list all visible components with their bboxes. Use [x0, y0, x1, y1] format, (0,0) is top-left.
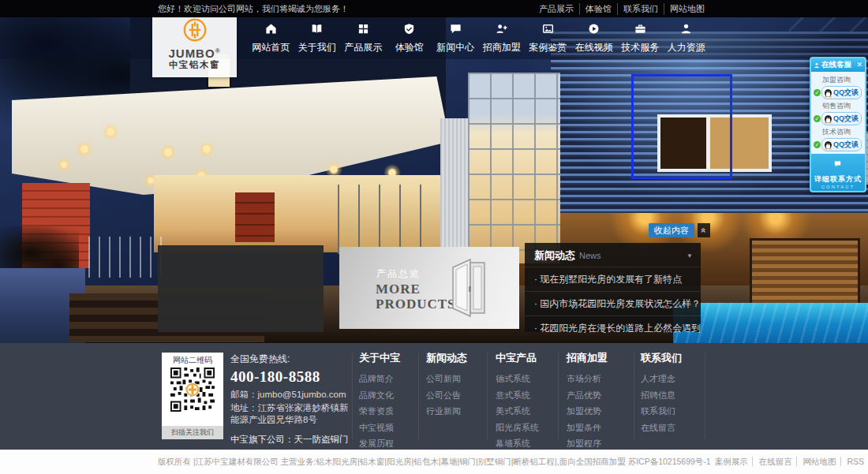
footer-link[interactable]: 幕墙系统 — [496, 438, 562, 450]
footer-column-title: 联系我们 — [641, 351, 707, 365]
topbar-link-sitemap[interactable]: 网站地图 — [664, 3, 710, 15]
contact-address: 地址：江苏省张家港妙桥镇新能源产业园兄华路8号 — [230, 402, 355, 426]
nav-item-cases[interactable]: 案例鉴赏 — [525, 23, 571, 54]
grid-icon — [357, 23, 369, 35]
site-logo[interactable]: JUMBO® 中宝铝木窗 — [152, 14, 237, 77]
copyright-link-message[interactable]: 在线留言 — [755, 457, 797, 466]
footer-column-news: 新闻动态 公司新闻 公司公告 行业新闻 — [426, 351, 492, 422]
footer-link[interactable]: 发展历程 — [359, 438, 425, 450]
qq-chat-button[interactable]: QQ交谈 — [821, 86, 862, 99]
contact-subsidiary: 中宝旗下公司：天一防盗铜门 — [230, 434, 355, 446]
footer-column-title: 招商加盟 — [567, 351, 633, 365]
nav-item-label: 技术服务 — [617, 41, 664, 54]
copyright-link-sitemap[interactable]: 网站地图 — [799, 457, 841, 466]
qq-chat-button[interactable]: QQ交谈 — [821, 138, 862, 151]
footer-divider — [352, 353, 353, 439]
hotline-number: 400-180-8588 — [230, 368, 355, 386]
footer-link[interactable]: 阳光房系统 — [496, 422, 562, 434]
footer-link[interactable]: 荣誉资质 — [359, 405, 425, 417]
footer-link[interactable]: 公司公告 — [426, 390, 492, 401]
more-products-card[interactable]: 产品总览 MOREPRODUCTS — [339, 247, 519, 329]
footer-divider — [634, 353, 634, 439]
online-service-title: 在线客服 — [821, 60, 856, 70]
footer-link[interactable]: 美式系统 — [496, 405, 562, 417]
hotline-label: 全国免费热线: — [230, 353, 355, 366]
footer-link[interactable]: 加盟程序 — [567, 438, 633, 450]
qr-title: 网站二维码 — [162, 353, 223, 366]
copyright-link-cases[interactable]: 案例展示 — [711, 457, 753, 466]
hero-glass-tower — [468, 73, 560, 263]
nav-menu: 网站首页 关于我们 产品展示 体验馆 新闻中心 招商加盟 案例鉴赏 在线视频 — [248, 23, 709, 54]
person-icon — [680, 23, 692, 35]
qq-chat-label: QQ交谈 — [833, 114, 859, 124]
nav-item-video[interactable]: 在线视频 — [571, 23, 618, 54]
online-service-header: 在线客服 ✕ — [811, 58, 865, 72]
speech-bubble-icon — [834, 161, 841, 167]
chevron-down-icon[interactable]: ▼ — [687, 252, 693, 259]
footer-link[interactable]: 在线留言 — [641, 422, 707, 434]
contact-details-button[interactable]: 详细联系方式 CONTACT — [811, 154, 865, 191]
qq-penguin-icon — [824, 114, 832, 124]
footer-column-title: 中宝产品 — [496, 351, 562, 365]
contact-caption: CONTACT — [811, 185, 865, 189]
news-item[interactable]: 国内市场花园阳光房发展状况怎么样？ — [525, 291, 701, 315]
footer-link[interactable]: 意式系统 — [496, 390, 562, 401]
footer-link[interactable]: 品牌文化 — [359, 390, 425, 401]
nav-item-news[interactable]: 新闻中心 — [432, 23, 479, 54]
nav-item-products[interactable]: 产品展示 — [340, 23, 387, 54]
nav-item-label: 产品展示 — [340, 41, 387, 54]
footer-link[interactable]: 德式系统 — [496, 373, 562, 385]
collapse-content-button[interactable]: 收起内容 — [649, 223, 694, 237]
footer-link[interactable]: 产品优势 — [567, 390, 633, 401]
nav-item-join[interactable]: 招商加盟 — [479, 23, 526, 54]
close-icon[interactable]: ✕ — [856, 62, 862, 69]
copyright-text: 版权所有 |江苏中宝建材有限公司 主营业务:铝木阳光房|铝木窗|阳光房|铝包木|… — [158, 457, 711, 468]
footer-link[interactable]: 行业新闻 — [426, 405, 492, 417]
top-utility-bar: 您好！欢迎访问公司网站，我们将竭诚为您服务！ 产品展示 体验馆 联系我们 网站地… — [0, 0, 868, 17]
footer-contact-block: 全国免费热线: 400-180-8588 邮箱：jumbo@51jumbo.co… — [230, 353, 355, 446]
welcome-message: 您好！欢迎访问公司网站，我们将竭诚为您服务！ — [158, 3, 349, 15]
logo-brand: JUMBO® — [152, 46, 237, 59]
nav-item-about[interactable]: 关于我们 — [294, 23, 341, 54]
nav-item-label: 招商加盟 — [479, 41, 526, 54]
topbar-link-contact[interactable]: 联系我们 — [618, 3, 664, 15]
online-status-icon: ✓ — [814, 115, 821, 122]
footer-column-contact: 联系我们 人才理念 招聘信息 联系我们 在线留言 — [641, 351, 707, 438]
footer-link[interactable]: 联系我们 — [641, 405, 707, 417]
news-item[interactable]: 花园阳光房在漫长的道路上必然会遇到各种挑战 — [525, 315, 701, 340]
news-item[interactable]: 现在别墅阳光房的发展有了新特点 — [525, 267, 701, 291]
footer-link[interactable]: 招聘信息 — [641, 390, 707, 401]
footer-link[interactable]: 品牌简介 — [359, 373, 425, 385]
nav-item-home[interactable]: 网站首页 — [248, 23, 294, 54]
news-panel-header: 新闻动态 News ▼ — [525, 243, 701, 267]
qq-chat-label: QQ交谈 — [833, 88, 859, 98]
copyright-links: 案例展示 在线留言 网站地图 RSS — [711, 457, 868, 468]
footer-link[interactable]: 加盟条件 — [567, 422, 633, 434]
collapse-arrows-icon[interactable]: « — [698, 223, 710, 237]
qq-row: ✓ QQ交谈 — [814, 112, 862, 125]
nav-item-experience[interactable]: 体验馆 — [387, 23, 433, 54]
topbar-links: 产品展示 体验馆 联系我们 网站地图 — [533, 3, 710, 15]
news-subtitle: News — [579, 251, 687, 260]
qq-row: ✓ QQ交谈 — [814, 138, 862, 151]
copyright-bar: 版权所有 |江苏中宝建材有限公司 主营业务:铝木阳光房|铝木窗|阳光房|铝包木|… — [0, 450, 868, 474]
qq-penguin-icon — [824, 140, 832, 150]
topbar-link-experience[interactable]: 体验馆 — [580, 3, 618, 15]
qq-group-label: 销售咨询 — [822, 101, 862, 111]
nav-item-hr[interactable]: 人力资源 — [664, 23, 710, 54]
footer-column-title: 新闻动态 — [426, 351, 492, 365]
copyright-link-rss[interactable]: RSS — [843, 457, 868, 466]
nav-item-tech[interactable]: 技术服务 — [617, 23, 664, 54]
footer-link[interactable]: 人才理念 — [641, 373, 707, 385]
hero-highlight-box — [631, 74, 732, 179]
footer-link[interactable]: 公司新闻 — [426, 373, 492, 385]
product-carousel-panel[interactable] — [158, 245, 324, 332]
person-plus-icon — [496, 23, 507, 35]
chat-icon — [450, 23, 462, 35]
footer-column-title: 关于中宝 — [359, 351, 425, 365]
footer-link[interactable]: 中宝视频 — [359, 422, 425, 434]
qq-chat-button[interactable]: QQ交谈 — [821, 112, 862, 125]
topbar-link-products[interactable]: 产品展示 — [533, 3, 580, 15]
footer-link[interactable]: 市场分析 — [567, 373, 633, 385]
footer-link[interactable]: 加盟优势 — [567, 405, 633, 417]
